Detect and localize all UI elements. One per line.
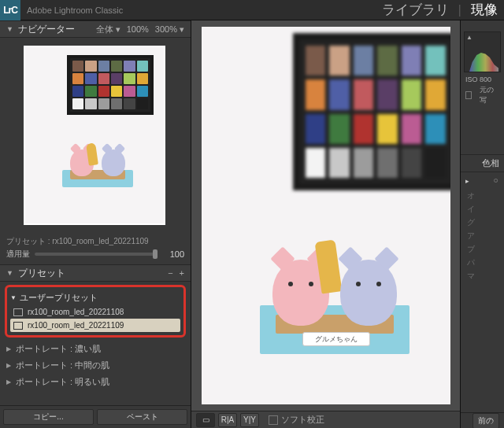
checkbox-icon	[465, 91, 472, 99]
photo: グルメちゃん	[202, 27, 450, 404]
presets-title: プリセット	[18, 267, 65, 280]
presets-header[interactable]: ▼ プリセット − +	[0, 264, 191, 282]
module-picker: ライブラリ | 現像	[382, 1, 504, 19]
left-panel: ▼ ナビゲーター 全体 ▾ 100% 300% ▾	[0, 20, 191, 428]
user-presets-header[interactable]: ▼ ユーザープリセット	[10, 290, 180, 305]
module-library[interactable]: ライブラリ	[382, 1, 449, 19]
module-develop[interactable]: 現像	[471, 1, 498, 19]
navigator-fit[interactable]: 全体 ▾	[96, 24, 120, 35]
preset-icon	[13, 322, 23, 330]
exif-iso: ISO 800	[461, 76, 504, 83]
before-after-lr-button[interactable]: R|A	[218, 413, 237, 427]
before-after-tb-button[interactable]: Y|Y	[240, 413, 259, 427]
softproof-checkbox[interactable]	[269, 415, 278, 425]
profile-row[interactable]: ▸ ⚪︎	[461, 172, 504, 189]
color-panel-header[interactable]: 色相	[461, 154, 504, 172]
preset-icon	[13, 308, 23, 316]
user-presets-group: ▼ ユーザープリセット rx100_room_led_20221108 rx10…	[5, 285, 186, 338]
app-name: Adobe Lightroom Classic	[27, 6, 123, 15]
preset-item[interactable]: rx100_room_led_20221108	[10, 305, 180, 319]
right-footer: 前の	[461, 412, 504, 428]
paste-button[interactable]: ペースト	[97, 409, 187, 425]
loupe-view[interactable]: グルメちゃん	[191, 20, 460, 411]
presets-list: ▼ ユーザープリセット rx100_room_led_20221108 rx10…	[0, 282, 191, 405]
preset-name: rx100_room_led_20221109	[28, 321, 124, 330]
app-titlebar: LrC Adobe Lightroom Classic ライブラリ | 現像	[0, 0, 504, 20]
preset-applied-label: プリセット : rx100_room_led_20221109	[0, 233, 191, 247]
amount-track[interactable]	[35, 253, 158, 256]
navigator-zoom-100[interactable]: 100%	[127, 24, 149, 34]
navigator-header[interactable]: ▼ ナビゲーター 全体 ▾ 100% 300% ▾	[0, 20, 191, 38]
presets-remove-button[interactable]: −	[168, 268, 172, 278]
histogram[interactable]: ▲	[464, 31, 501, 72]
view-toolbar: ▭ R|A Y|Y ソフト校正	[191, 411, 460, 428]
color-checker-thumb	[67, 55, 154, 115]
navigator-zoom-300[interactable]: 300% ▾	[155, 24, 184, 35]
original-toggle[interactable]: 元の写	[461, 83, 504, 107]
clip-warning-icon: ▲	[466, 34, 472, 41]
figurines: グルメちゃん	[260, 220, 410, 354]
figure-thumb	[62, 137, 133, 187]
preset-item-selected[interactable]: rx100_room_led_20221109	[10, 319, 180, 332]
hsl-slider-labels: オ イ グ ア ブ パ マ	[461, 189, 504, 283]
preset-folder[interactable]: ▶ポートレート : 明るい肌	[5, 374, 186, 390]
module-separator: |	[458, 2, 461, 18]
figurine-tag: グルメちゃん	[302, 332, 370, 346]
presets-add-button[interactable]: +	[180, 268, 184, 278]
copy-paste-bar: コピー... ペースト	[0, 405, 191, 428]
loupe-view-button[interactable]: ▭	[196, 413, 215, 427]
amount-label: 適用量	[6, 249, 30, 260]
center-panel: グルメちゃん ▭ R|A Y|Y ソフト校正	[191, 20, 460, 428]
copy-button[interactable]: コピー...	[3, 409, 94, 425]
right-panel: ▲ ISO 800 元の写 色相 ▸ ⚪︎ オ イ グ ア ブ パ マ	[460, 20, 504, 428]
previous-button[interactable]: 前の	[472, 413, 499, 429]
navigator-thumbnail[interactable]	[24, 46, 165, 225]
navigator-title: ナビゲーター	[18, 23, 75, 36]
softproof-label: ソフト校正	[281, 414, 324, 426]
preset-amount-slider[interactable]: 適用量 100	[0, 247, 191, 264]
disclosure-triangle-icon: ▼	[6, 25, 13, 33]
color-checker	[293, 33, 450, 190]
disclosure-triangle-icon: ▼	[6, 269, 13, 277]
preset-name: rx100_room_led_20221108	[28, 308, 124, 316]
disclosure-triangle-icon: ▼	[10, 294, 17, 301]
disclosure-triangle-icon: ▸	[465, 177, 469, 185]
amount-value: 100	[162, 249, 184, 259]
preset-folder[interactable]: ▶ポートレート : 中間の肌	[5, 357, 186, 374]
preset-folder[interactable]: ▶ポートレート : 濃い肌	[5, 341, 186, 357]
app-logo: LrC	[0, 0, 20, 20]
